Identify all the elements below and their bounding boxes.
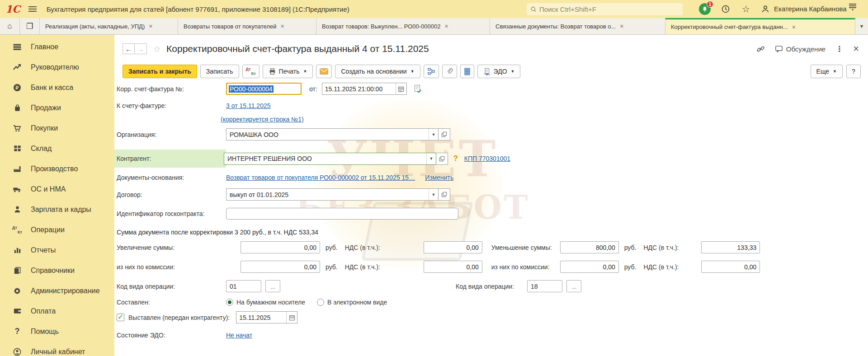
commission-increase-vat-input[interactable] [424,261,482,273]
sidebar-item-directories[interactable]: Справочники [0,260,114,281]
more-menu-icon[interactable]: ⋮ [835,44,843,54]
search-input[interactable] [539,5,679,13]
operation-code-right-input[interactable] [527,280,562,292]
open-windows-button[interactable]: ❐ [20,18,40,34]
register-records-button[interactable] [460,65,474,78]
corrected-row-link[interactable]: (корректируется строка №1) [221,116,304,123]
operation-code-right-picker[interactable]: ... [566,280,581,292]
document-saved-icon[interactable] [413,84,422,94]
save-button[interactable]: Записать [200,65,239,78]
contractor-help-icon[interactable]: ? [453,155,458,163]
contract-select[interactable]: выкуп от 01.01.2025 ▼ [226,188,439,201]
open-contractor-button[interactable] [436,153,448,165]
form-row-composed: Составлен: На бумажном носителе В электр… [117,299,868,306]
gov-contract-id-input[interactable] [226,208,458,220]
increase-sum-input[interactable] [241,241,320,253]
tab-close-icon[interactable]: × [792,23,796,31]
tab-overflow-button[interactable]: ▼ [855,18,868,34]
form-row-gov-contract: Идентификатор госконтракта: [117,208,868,220]
user-button[interactable] [760,3,771,15]
sidebar-item-warehouse[interactable]: Склад [0,138,114,159]
history-button[interactable] [720,3,731,15]
operation-code-left-picker[interactable]: ... [265,280,280,292]
sidebar-item-sales[interactable]: Продажи [0,98,114,118]
tab-close-icon[interactable]: × [149,23,152,30]
main-menu-icon[interactable] [28,6,37,12]
sidebar-item-bank-cash[interactable]: Р Банк и касса [0,77,114,98]
sidebar-item-salary-hr[interactable]: Зарплата и кадры [0,199,114,220]
issued-date-input[interactable] [236,312,286,323]
contractor-select[interactable]: ИНТЕРНЕТ РЕШЕНИЯ ООО ▼ [224,153,436,165]
tab-related-documents[interactable]: Связанные документы: Возврат товаров о..… [490,18,665,34]
sidebar-item-payment[interactable]: Оплата [0,301,114,321]
open-organization-button[interactable] [439,128,450,141]
discussion-button[interactable]: Обсуждение [775,45,826,53]
issued-checkbox[interactable]: ✓ [117,314,124,321]
tab-close-icon[interactable]: × [620,23,623,30]
decrease-sum-input[interactable] [560,241,619,253]
home-tab-button[interactable]: ⌂ [0,18,20,34]
increase-vat-input[interactable] [424,241,482,253]
dropdown-arrow-icon[interactable]: ▼ [426,153,436,164]
open-contract-button[interactable] [439,188,450,201]
dtkt-postings-button[interactable]: ДтКт [242,65,259,78]
commission-decrease-input[interactable] [560,261,619,273]
basis-edit-link[interactable]: Изменить [425,174,453,181]
edo-state-link[interactable]: Не начат [226,332,252,339]
save-close-button[interactable]: Записать и закрыть [123,65,197,78]
close-form-icon[interactable]: × [853,43,859,55]
correction-invoice-number-input[interactable]: РО00-0000004 [226,83,302,95]
current-user-name[interactable]: Екатерина Карбаинова [774,5,847,13]
help-button[interactable]: ? [846,65,861,78]
sidebar-item-administration[interactable]: Администрирование [0,281,114,301]
to-invoice-link[interactable]: 3 от 15.11.2025 [226,102,271,109]
organization-select[interactable]: РОМАШКА ООО ▼ [226,128,439,141]
print-button[interactable]: Печать▼ [263,65,313,78]
sidebar-item-reports[interactable]: Отчеты [0,240,114,260]
kpp-link[interactable]: КПП 770301001 [464,155,510,162]
sidebar-item-operations[interactable]: ДтКт Операции [0,220,114,240]
document-datetime-input[interactable] [322,83,396,94]
sidebar-item-production[interactable]: Производство [0,159,114,179]
dropdown-arrow-icon[interactable]: ▼ [429,129,438,140]
global-search[interactable] [527,3,683,15]
create-based-on-button[interactable]: Создать на основании▼ [335,65,420,78]
back-button[interactable]: ← [123,43,135,54]
commission-decrease-vat-input[interactable] [701,261,760,273]
tab-return-document[interactable]: Возврат товаров: Выкуплен... РО00-000002… [316,18,490,34]
notifications-button[interactable]: 1 [699,3,711,15]
basis-document-link[interactable]: Возврат товаров от покупателя РО00-00000… [226,174,415,181]
tab-realization[interactable]: Реализация (акты, накладные, УПД) × [40,18,178,34]
sidebar-item-fixed-assets[interactable]: ОС и НМА [0,179,114,199]
service-menu-icon[interactable]: ▾ [849,4,856,11]
operation-code-left-input[interactable] [226,280,261,292]
attachments-button[interactable] [442,65,457,78]
favorites-button[interactable]: ☆ [740,3,752,15]
related-documents-button[interactable] [424,65,439,78]
tab-close-icon[interactable]: × [281,23,284,30]
commission-increase-input[interactable] [241,261,320,273]
tab-returns-list[interactable]: Возвраты товаров от покупателей × [178,18,316,34]
forward-button[interactable]: → [135,43,147,54]
tab-correction-invoice[interactable]: Корректировочный счет-фактура выданн... … [665,18,855,34]
more-actions-button[interactable]: Еще▼ [811,65,843,78]
window-title: Бухгалтерия предприятия для статей [абон… [47,5,349,13]
tab-close-icon[interactable]: × [444,23,448,30]
svg-text:Р: Р [15,85,19,90]
sidebar-item-manager[interactable]: Руководителю [0,57,114,77]
radio-electronic[interactable] [317,299,324,306]
dropdown-arrow-icon[interactable]: ▼ [429,189,438,200]
sidebar-item-main[interactable]: Главное [0,37,114,57]
calendar-button[interactable] [396,83,406,94]
edo-button[interactable]: ЭДО▼ [477,65,521,78]
decrease-vat-input[interactable] [701,241,760,253]
calendar-button[interactable] [286,312,297,323]
radio-paper[interactable] [226,299,233,306]
sidebar-item-purchases[interactable]: Покупки [0,118,114,138]
sidebar-item-help[interactable]: ? Помощь [0,321,114,342]
gear-icon [12,286,23,296]
favorite-star-icon[interactable]: ☆ [153,44,161,54]
get-link-icon[interactable] [756,45,765,53]
sidebar-item-personal-account[interactable]: Личный кабинет [0,342,114,356]
send-email-button[interactable] [316,65,332,78]
